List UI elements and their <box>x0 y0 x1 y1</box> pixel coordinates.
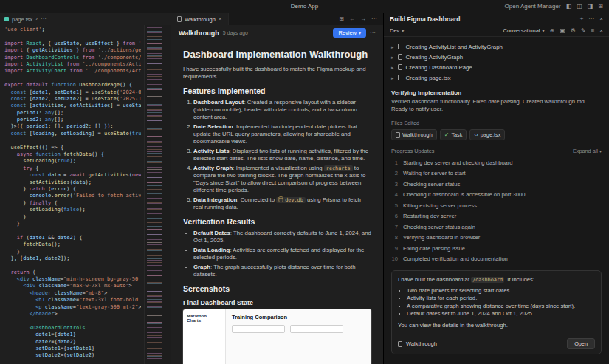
titlebar-right: Open Agent Manager ◧ ◫ ◨ ⊞ <box>318 3 603 10</box>
code-line: <div className="min-h-screen bg-gray-50 … <box>4 276 141 283</box>
progress-row[interactable]: 9Fixing date parsing issue <box>391 243 602 254</box>
code-line: date1={date1} <box>4 332 141 338</box>
close-icon[interactable]: × <box>599 16 603 22</box>
code-line: <h1 className="text-3xl font-bold text-g… <box>4 297 141 303</box>
code-line: async function fetchData() { <box>4 151 141 158</box>
code-line: }>({ period1: [], period2: [] }); <box>4 123 141 130</box>
more-icon[interactable]: ··· <box>370 30 376 36</box>
style-select[interactable]: Conversational ▾ <box>503 27 544 34</box>
code-line: period2: any[]; <box>4 117 141 123</box>
date-input <box>232 325 285 333</box>
progress-row[interactable]: 1Starting dev server and checking dashbo… <box>391 157 602 168</box>
progress-row[interactable]: 7Checking server status again <box>391 222 602 233</box>
md-list-item: Dashboard Layout: Created a responsive l… <box>193 99 371 121</box>
progress-number: 4 <box>391 191 398 198</box>
gear-icon[interactable]: ⚙ <box>571 28 576 34</box>
progress-row[interactable]: 6Restarting dev server <box>391 211 602 222</box>
code-line: <div className="max-w-7xl mx-auto"> <box>4 283 141 289</box>
file-chip[interactable]: ✓Task <box>440 129 467 140</box>
back-icon[interactable]: ← <box>349 16 355 22</box>
progress-label: Verifying dashboard in browser <box>403 234 480 241</box>
minimap[interactable] <box>144 25 171 364</box>
code-line <box>4 317 141 324</box>
code-line: return ( <box>4 269 141 276</box>
progress-number: 9 <box>391 245 398 252</box>
progress-row[interactable]: 3Checking server status <box>391 179 602 190</box>
doc-title: Walkthrough <box>179 30 219 37</box>
code-line: }, [date1, date2]); <box>4 255 141 262</box>
layout-bottom-icon[interactable]: ◫ <box>577 4 582 10</box>
file-chip[interactable]: Walkthrough <box>391 129 437 140</box>
menu-icon[interactable]: ≡ <box>591 28 595 34</box>
screenshot-sidebar-title: Marathon Charts <box>183 309 226 364</box>
code-line: } <box>4 221 141 227</box>
code-line <box>4 227 141 234</box>
code-line: setLoading(true); <box>4 158 141 165</box>
agent-scroll-area[interactable]: ▸Creating ActivityList and ActivityGraph… <box>384 37 609 364</box>
md-p: I have successfully built the dashboard … <box>183 66 371 80</box>
progress-label: Killing existing server process <box>403 202 477 209</box>
md-list-item: Data Integration: Connected to dev.db us… <box>193 196 371 211</box>
more-icon[interactable]: ··· <box>371 16 377 22</box>
chevron-right-icon: › <box>35 16 38 22</box>
globe-icon[interactable]: ⊕ <box>550 28 555 34</box>
code-line: </header> <box>4 311 141 317</box>
walkthrough-attachment[interactable]: Walkthrough Open <box>392 334 601 354</box>
close-icon[interactable]: × <box>219 16 222 22</box>
task-row[interactable]: ▸Creating page.tsx <box>391 72 602 83</box>
layout-right-icon[interactable]: ◨ <box>588 4 593 10</box>
agent-toolbar-right: Conversational ▾ ⊕ ▣ ⚙ ✎ ≡ × <box>503 27 603 34</box>
code-line: period1: any[]; <box>4 110 141 117</box>
more-icon[interactable]: ··· <box>588 16 594 22</box>
code-line: const data = await getActivities(new Dat… <box>4 172 141 179</box>
tab-walkthrough[interactable]: Walkthrough × <box>171 13 229 25</box>
progress-row[interactable]: 8Verifying dashboard in browser <box>391 233 602 244</box>
code-line: setDate2={setDate2} <box>4 352 141 359</box>
open-button[interactable]: Open <box>567 338 595 349</box>
code-line: import DashboardControls from './compone… <box>4 55 141 61</box>
progress-row[interactable]: 4Checking if dashboard is accessible on … <box>391 190 602 201</box>
doc-icon <box>396 132 400 138</box>
summary-bullet: Default dates set to June 1, 2024 and Oc… <box>407 310 595 318</box>
breadcrumb[interactable]: page.tsx › ··· <box>0 13 171 25</box>
md-list-item: Data Loading: Activities are correctly f… <box>193 247 371 261</box>
terminal-icon[interactable]: ▣ <box>560 28 565 34</box>
progress-row[interactable]: 2Waiting for server to start <box>391 168 602 179</box>
task-row[interactable]: ▸Creating ActivityGraph <box>391 52 602 62</box>
progress-number: 5 <box>391 202 398 209</box>
layout-left-icon[interactable]: ◧ <box>566 4 572 10</box>
md-list-item: Date Selection: Implemented two independ… <box>193 123 371 145</box>
screenshot-heading: Training Comparison <box>232 314 365 320</box>
expand-all-button[interactable]: Expand all ▾ <box>573 148 602 154</box>
split-editor-icon[interactable]: ⊞ <box>339 16 344 22</box>
doc-icon <box>398 341 402 347</box>
edit-icon[interactable]: ✎ <box>581 28 586 34</box>
code-line: const [loading, setLoading] = useState(t… <box>4 131 141 137</box>
review-label: Review <box>338 30 357 36</box>
agent-header: Build Figma Dashboard + ··· × <box>384 13 609 25</box>
progress-row[interactable]: 5Killing existing server process <box>391 200 602 211</box>
task-row[interactable]: ▸Creating Dashboard Page <box>391 62 602 72</box>
progress-row[interactable]: 10Completed verification and documentati… <box>391 254 602 265</box>
close-icon[interactable]: × <box>599 28 603 34</box>
mode-select[interactable]: Dev ▾ <box>390 27 404 34</box>
review-button[interactable]: Review ▾ <box>333 28 366 38</box>
task-row[interactable]: ▸Creating ActivityList and ActivityGraph <box>391 41 602 52</box>
progress-number: 7 <box>391 224 398 230</box>
progress-number: 8 <box>391 234 398 241</box>
chevron-right-icon: ▸ <box>391 65 394 70</box>
grid-icon[interactable]: ⊞ <box>598 4 603 10</box>
task-label: Creating ActivityGraph <box>406 54 464 61</box>
plus-icon[interactable]: + <box>580 16 584 22</box>
chevron-down-icon: ▾ <box>543 29 545 33</box>
forward-icon[interactable]: → <box>360 16 366 22</box>
dashboard-screenshot[interactable]: Marathon ChartsTraining Comparison <box>183 309 371 364</box>
file-chip[interactable]: ‹›page.tsx <box>469 129 505 140</box>
progress-number: 2 <box>391 170 398 176</box>
progress-label: Completed verification and documentation <box>403 255 508 262</box>
progress-label: Checking server status <box>403 181 460 188</box>
code-line: setDate1={setDate1} <box>4 346 141 352</box>
open-agent-manager-button[interactable]: Open Agent Manager <box>505 3 561 10</box>
expand-all-label: Expand all <box>573 148 598 154</box>
md-list-item: Activity Graph: Implemented a visualizat… <box>193 165 371 194</box>
